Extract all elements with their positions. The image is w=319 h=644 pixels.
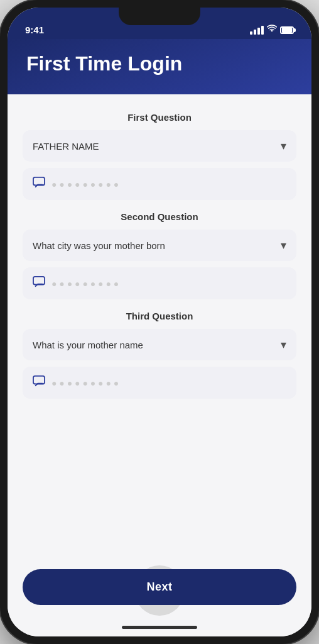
third-question-answer-field[interactable]: ● ● ● ● ● ● ● ● ● (23, 367, 296, 399)
second-question-dropdown[interactable]: What city was your mother born ▾ (23, 230, 296, 261)
second-question-value: What city was your mother born (33, 240, 165, 251)
home-indicator (8, 618, 311, 636)
first-question-value: FATHER NAME (33, 141, 99, 152)
first-question-dropdown[interactable]: FATHER NAME ▾ (23, 130, 296, 162)
next-button-wrapper: Next (8, 563, 311, 618)
third-question-label: Third Question (23, 311, 296, 321)
first-question-answer-field[interactable]: ● ● ● ● ● ● ● ● ● (23, 168, 296, 200)
third-question-value: What is your mother name (33, 340, 143, 350)
second-question-placeholder: ● ● ● ● ● ● ● ● ● (51, 279, 119, 289)
third-question-arrow-icon: ▾ (281, 338, 286, 352)
first-question-placeholder: ● ● ● ● ● ● ● ● ● (51, 179, 119, 189)
content-area: First Question FATHER NAME ▾ ● ● ● ● ● ●… (8, 94, 311, 563)
home-bar (122, 626, 197, 629)
first-question-label: First Question (23, 112, 296, 123)
header: First Time Login (8, 39, 311, 94)
svg-rect-2 (33, 376, 45, 384)
third-question-chat-icon (33, 375, 45, 390)
first-question-chat-icon (33, 177, 45, 191)
page-title: First Time Login (26, 52, 293, 75)
third-question-dropdown[interactable]: What is your mother name ▾ (23, 329, 296, 360)
signal-icon (250, 26, 264, 35)
svg-rect-1 (33, 277, 45, 285)
second-question-label: Second Question (23, 211, 296, 222)
phone-screen: 9:41 First Tim (8, 8, 311, 636)
first-question-arrow-icon: ▾ (281, 139, 286, 153)
second-question-arrow-icon: ▾ (281, 238, 286, 252)
svg-rect-0 (33, 177, 45, 186)
second-question-answer-field[interactable]: ● ● ● ● ● ● ● ● ● (23, 267, 296, 299)
status-time: 9:41 (25, 25, 44, 35)
status-icons (250, 25, 294, 35)
wifi-icon (267, 25, 277, 35)
battery-icon (280, 26, 294, 34)
third-question-placeholder: ● ● ● ● ● ● ● ● ● (51, 378, 119, 388)
next-button[interactable]: Next (23, 569, 296, 605)
notch (119, 8, 200, 25)
phone-frame: 9:41 First Tim (0, 0, 319, 644)
second-question-chat-icon (33, 276, 45, 291)
